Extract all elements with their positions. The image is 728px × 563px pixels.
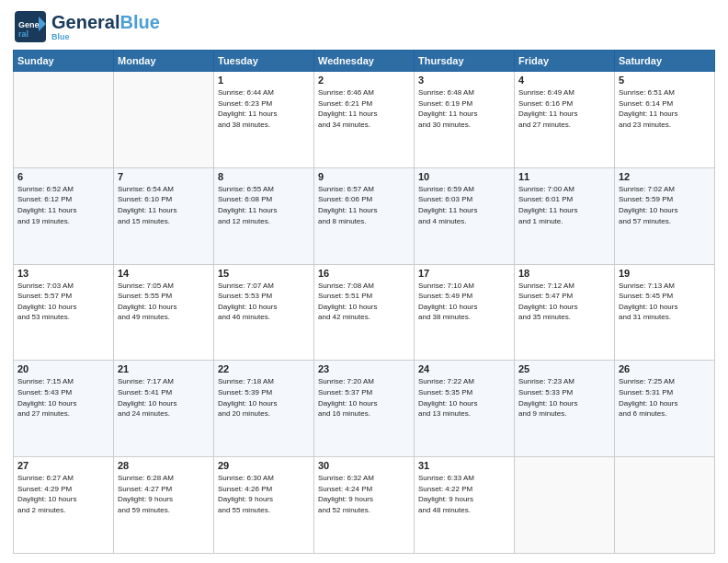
day-info: Sunrise: 7:25 AM Sunset: 5:31 PM Dayligh… <box>619 376 711 419</box>
day-info: Sunrise: 7:05 AM Sunset: 5:55 PM Dayligh… <box>118 281 210 323</box>
day-number: 2 <box>318 75 410 86</box>
calendar-cell: 22Sunrise: 7:18 AM Sunset: 5:39 PM Dayli… <box>214 361 314 457</box>
day-info: Sunrise: 6:48 AM Sunset: 6:19 PM Dayligh… <box>418 87 510 130</box>
calendar-cell: 14Sunrise: 7:05 AM Sunset: 5:55 PM Dayli… <box>114 264 214 361</box>
day-info: Sunrise: 7:15 AM Sunset: 5:43 PM Dayligh… <box>17 376 109 419</box>
day-info: Sunrise: 6:27 AM Sunset: 4:29 PM Dayligh… <box>17 473 109 515</box>
day-number: 8 <box>218 171 310 182</box>
day-info: Sunrise: 6:44 AM Sunset: 6:23 PM Dayligh… <box>218 87 310 130</box>
calendar-cell: 24Sunrise: 7:22 AM Sunset: 5:35 PM Dayli… <box>415 361 515 457</box>
calendar-cell: 19Sunrise: 7:13 AM Sunset: 5:45 PM Dayli… <box>615 264 715 361</box>
calendar-cell: 29Sunrise: 6:30 AM Sunset: 4:26 PM Dayli… <box>214 457 314 554</box>
day-info: Sunrise: 6:28 AM Sunset: 4:27 PM Dayligh… <box>118 473 210 515</box>
calendar-cell: 28Sunrise: 6:28 AM Sunset: 4:27 PM Dayli… <box>114 457 214 554</box>
day-number: 19 <box>619 268 711 279</box>
day-number: 5 <box>619 75 711 86</box>
calendar-cell: 3Sunrise: 6:48 AM Sunset: 6:19 PM Daylig… <box>415 72 515 168</box>
logo-tagline: Blue <box>51 32 160 41</box>
calendar-cell: 27Sunrise: 6:27 AM Sunset: 4:29 PM Dayli… <box>14 457 114 554</box>
calendar-cell: 5Sunrise: 6:51 AM Sunset: 6:14 PM Daylig… <box>615 72 715 168</box>
day-info: Sunrise: 7:23 AM Sunset: 5:33 PM Dayligh… <box>518 376 610 419</box>
calendar-cell: 13Sunrise: 7:03 AM Sunset: 5:57 PM Dayli… <box>14 264 114 361</box>
calendar-cell: 18Sunrise: 7:12 AM Sunset: 5:47 PM Dayli… <box>515 264 615 361</box>
day-number: 18 <box>518 268 610 279</box>
day-number: 14 <box>118 268 210 279</box>
calendar-cell: 26Sunrise: 7:25 AM Sunset: 5:31 PM Dayli… <box>615 361 715 457</box>
header: Gene ral GeneralBlue Blue <box>13 9 715 44</box>
day-number: 10 <box>418 171 510 182</box>
calendar-cell <box>14 72 114 168</box>
day-number: 28 <box>118 460 210 471</box>
calendar-cell: 11Sunrise: 7:00 AM Sunset: 6:01 PM Dayli… <box>515 167 615 264</box>
day-info: Sunrise: 7:12 AM Sunset: 5:47 PM Dayligh… <box>518 281 610 323</box>
calendar-cell: 23Sunrise: 7:20 AM Sunset: 5:37 PM Dayli… <box>314 361 415 457</box>
calendar-cell: 9Sunrise: 6:57 AM Sunset: 6:06 PM Daylig… <box>314 167 415 264</box>
day-info: Sunrise: 6:33 AM Sunset: 4:22 PM Dayligh… <box>418 473 510 515</box>
day-number: 11 <box>518 171 610 182</box>
calendar-cell <box>615 457 715 554</box>
day-info: Sunrise: 6:59 AM Sunset: 6:03 PM Dayligh… <box>418 184 510 226</box>
day-number: 12 <box>619 171 711 182</box>
day-number: 15 <box>218 268 310 279</box>
calendar-cell: 6Sunrise: 6:52 AM Sunset: 6:12 PM Daylig… <box>14 167 114 264</box>
calendar-cell: 31Sunrise: 6:33 AM Sunset: 4:22 PM Dayli… <box>415 457 515 554</box>
calendar-header-monday: Monday <box>114 51 214 72</box>
day-number: 3 <box>418 75 510 86</box>
calendar-header-wednesday: Wednesday <box>314 51 415 72</box>
calendar-cell: 1Sunrise: 6:44 AM Sunset: 6:23 PM Daylig… <box>214 72 314 168</box>
calendar-table: SundayMondayTuesdayWednesdayThursdayFrid… <box>13 50 715 554</box>
calendar-cell: 10Sunrise: 6:59 AM Sunset: 6:03 PM Dayli… <box>415 167 515 264</box>
day-info: Sunrise: 6:30 AM Sunset: 4:26 PM Dayligh… <box>218 473 310 515</box>
day-info: Sunrise: 7:20 AM Sunset: 5:37 PM Dayligh… <box>318 376 410 419</box>
calendar-header-tuesday: Tuesday <box>214 51 314 72</box>
calendar-header-friday: Friday <box>515 51 615 72</box>
day-info: Sunrise: 6:55 AM Sunset: 6:08 PM Dayligh… <box>218 184 310 226</box>
day-number: 30 <box>318 460 410 471</box>
day-info: Sunrise: 7:02 AM Sunset: 5:59 PM Dayligh… <box>619 184 711 226</box>
calendar-cell: 17Sunrise: 7:10 AM Sunset: 5:49 PM Dayli… <box>415 264 515 361</box>
day-number: 9 <box>318 171 410 182</box>
day-number: 13 <box>17 268 109 279</box>
day-number: 20 <box>17 363 109 374</box>
day-info: Sunrise: 6:57 AM Sunset: 6:06 PM Dayligh… <box>318 184 410 226</box>
calendar-cell: 20Sunrise: 7:15 AM Sunset: 5:43 PM Dayli… <box>14 361 114 457</box>
calendar-cell <box>114 72 214 168</box>
calendar-cell: 15Sunrise: 7:07 AM Sunset: 5:53 PM Dayli… <box>214 264 314 361</box>
calendar-week-4: 20Sunrise: 7:15 AM Sunset: 5:43 PM Dayli… <box>14 361 715 457</box>
day-info: Sunrise: 6:54 AM Sunset: 6:10 PM Dayligh… <box>118 184 210 226</box>
day-info: Sunrise: 7:17 AM Sunset: 5:41 PM Dayligh… <box>118 376 210 419</box>
logo-icon: Gene ral <box>13 9 48 44</box>
calendar-header-row: SundayMondayTuesdayWednesdayThursdayFrid… <box>14 51 715 72</box>
calendar-week-2: 6Sunrise: 6:52 AM Sunset: 6:12 PM Daylig… <box>14 167 715 264</box>
calendar-week-5: 27Sunrise: 6:27 AM Sunset: 4:29 PM Dayli… <box>14 457 715 554</box>
day-number: 7 <box>118 171 210 182</box>
day-info: Sunrise: 7:00 AM Sunset: 6:01 PM Dayligh… <box>518 184 610 226</box>
day-number: 6 <box>17 171 109 182</box>
day-number: 1 <box>218 75 310 86</box>
logo-text: GeneralBlue <box>51 12 160 32</box>
calendar-cell: 7Sunrise: 6:54 AM Sunset: 6:10 PM Daylig… <box>114 167 214 264</box>
day-number: 31 <box>418 460 510 471</box>
day-info: Sunrise: 7:18 AM Sunset: 5:39 PM Dayligh… <box>218 376 310 419</box>
day-number: 4 <box>518 75 610 86</box>
day-info: Sunrise: 7:03 AM Sunset: 5:57 PM Dayligh… <box>17 281 109 323</box>
calendar-cell <box>515 457 615 554</box>
calendar-cell: 30Sunrise: 6:32 AM Sunset: 4:24 PM Dayli… <box>314 457 415 554</box>
day-number: 23 <box>318 363 410 374</box>
day-number: 17 <box>418 268 510 279</box>
calendar-cell: 25Sunrise: 7:23 AM Sunset: 5:33 PM Dayli… <box>515 361 615 457</box>
day-number: 24 <box>418 363 510 374</box>
calendar-cell: 12Sunrise: 7:02 AM Sunset: 5:59 PM Dayli… <box>615 167 715 264</box>
day-info: Sunrise: 7:10 AM Sunset: 5:49 PM Dayligh… <box>418 281 510 323</box>
day-info: Sunrise: 7:22 AM Sunset: 5:35 PM Dayligh… <box>418 376 510 419</box>
day-info: Sunrise: 6:51 AM Sunset: 6:14 PM Dayligh… <box>619 87 711 130</box>
calendar-header-sunday: Sunday <box>14 51 114 72</box>
day-info: Sunrise: 6:46 AM Sunset: 6:21 PM Dayligh… <box>318 87 410 130</box>
day-info: Sunrise: 7:08 AM Sunset: 5:51 PM Dayligh… <box>318 281 410 323</box>
day-number: 26 <box>619 363 711 374</box>
page: Gene ral GeneralBlue Blue SundayMondayTu… <box>0 0 728 563</box>
day-number: 25 <box>518 363 610 374</box>
calendar-cell: 4Sunrise: 6:49 AM Sunset: 6:16 PM Daylig… <box>515 72 615 168</box>
day-info: Sunrise: 6:32 AM Sunset: 4:24 PM Dayligh… <box>318 473 410 515</box>
svg-text:ral: ral <box>18 29 28 39</box>
